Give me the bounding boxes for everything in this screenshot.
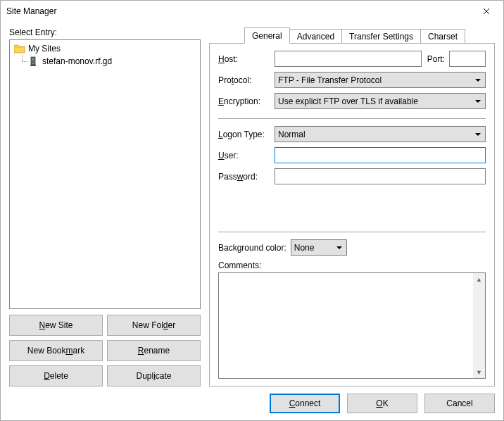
close-icon: [483, 8, 490, 15]
password-label: Password:: [218, 172, 275, 182]
connect-button[interactable]: Connect: [270, 394, 340, 413]
close-button[interactable]: [471, 1, 502, 21]
cancel-button[interactable]: Cancel: [424, 394, 495, 413]
duplicate-button[interactable]: Duplicate: [107, 365, 201, 387]
tab-body-general: Host: Port: Protocol: FTP - File Transfe…: [209, 44, 495, 387]
row-logon-type: Logon Type: Normal: [218, 126, 486, 142]
scroll-up-icon[interactable]: ▲: [473, 273, 485, 285]
site-manager-window: Site Manager Select Entry: My Sites: [0, 0, 504, 421]
divider: [218, 118, 486, 119]
row-password: Password:: [218, 168, 486, 184]
rename-button[interactable]: Rename: [107, 340, 201, 361]
scrollbar[interactable]: ▲ ▼: [473, 273, 485, 378]
divider: [218, 232, 486, 232]
window-title: Site Manager: [6, 6, 471, 16]
tree-site-item[interactable]: stefan-monov.rf.gd: [11, 55, 199, 68]
tree-folder-label: My Sites: [28, 44, 61, 54]
host-label: Host:: [218, 54, 275, 64]
tree-connector: [18, 55, 28, 68]
chevron-down-icon: [475, 100, 481, 103]
svg-rect-2: [32, 59, 34, 60]
svg-rect-4: [30, 65, 36, 66]
svg-rect-1: [32, 58, 34, 58]
tab-transfer-settings[interactable]: Transfer Settings: [341, 29, 421, 44]
chevron-down-icon: [475, 79, 481, 82]
background-color-value: None: [294, 243, 315, 253]
encryption-label: Encryption:: [218, 96, 275, 106]
new-site-button[interactable]: New Site: [9, 315, 103, 336]
left-buttons: New Site New Folder New Bookmark Rename …: [9, 315, 201, 387]
tab-advanced[interactable]: Advanced: [289, 29, 342, 44]
footer-buttons: Connect OK Cancel: [9, 387, 495, 413]
tab-charset[interactable]: Charset: [420, 29, 465, 44]
svg-point-3: [32, 63, 34, 64]
row-user: User:: [218, 147, 486, 163]
select-entry-label: Select Entry:: [9, 27, 201, 37]
protocol-label: Protocol:: [218, 75, 275, 85]
right-pane: General Advanced Transfer Settings Chars…: [201, 27, 495, 387]
tree-folder-my-sites[interactable]: My Sites: [11, 42, 199, 55]
port-input[interactable]: [449, 51, 486, 67]
left-pane: Select Entry: My Sites stefan: [9, 27, 201, 387]
server-icon: [28, 56, 39, 67]
content-area: Select Entry: My Sites stefan: [1, 22, 503, 420]
background-color-label: Background color:: [218, 243, 286, 253]
site-tree[interactable]: My Sites stefan-monov.rf.gd: [9, 39, 201, 309]
folder-icon: [14, 44, 25, 54]
tree-site-label: stefan-monov.rf.gd: [42, 56, 112, 66]
host-input[interactable]: [275, 51, 422, 67]
chevron-down-icon: [336, 246, 342, 249]
user-label: User:: [218, 151, 275, 161]
comments-label: Comments:: [218, 260, 486, 270]
protocol-value: FTP - File Transfer Protocol: [278, 75, 382, 85]
encryption-select[interactable]: Use explicit FTP over TLS if available: [275, 93, 486, 109]
row-background-color: Background color: None: [218, 239, 486, 256]
ok-button[interactable]: OK: [347, 394, 417, 413]
delete-button[interactable]: Delete: [9, 365, 103, 387]
row-protocol: Protocol: FTP - File Transfer Protocol: [218, 72, 486, 88]
row-encryption: Encryption: Use explicit FTP over TLS if…: [218, 93, 486, 109]
user-input[interactable]: [275, 147, 486, 163]
logon-type-label: Logon Type:: [218, 130, 275, 139]
new-bookmark-button[interactable]: New Bookmark: [9, 340, 103, 361]
encryption-value: Use explicit FTP over TLS if available: [278, 96, 418, 106]
comments-textarea[interactable]: ▲ ▼: [218, 272, 486, 379]
protocol-select[interactable]: FTP - File Transfer Protocol: [275, 72, 486, 88]
scroll-down-icon[interactable]: ▼: [473, 366, 485, 378]
background-color-select[interactable]: None: [291, 239, 347, 256]
row-host: Host: Port:: [218, 51, 486, 67]
logon-type-select[interactable]: Normal: [275, 126, 486, 142]
logon-type-value: Normal: [278, 130, 305, 139]
chevron-down-icon: [475, 133, 481, 136]
port-label: Port:: [427, 54, 445, 64]
password-input[interactable]: [275, 168, 486, 184]
titlebar[interactable]: Site Manager: [1, 1, 503, 22]
tab-general[interactable]: General: [244, 27, 290, 44]
new-folder-button[interactable]: New Folder: [107, 315, 201, 336]
tab-bar: General Advanced Transfer Settings Chars…: [209, 27, 495, 44]
